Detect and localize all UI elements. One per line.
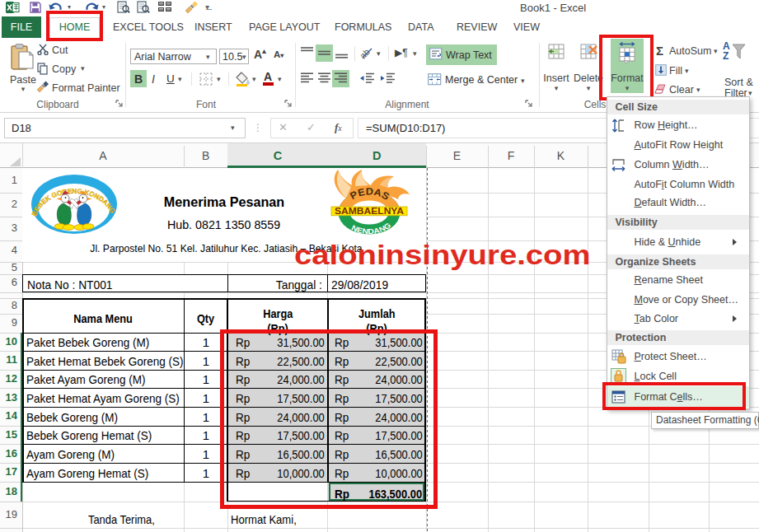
- svg-text:SAMBAELNYA: SAMBAELNYA: [335, 206, 404, 216]
- svg-text:ab: ab: [360, 47, 372, 60]
